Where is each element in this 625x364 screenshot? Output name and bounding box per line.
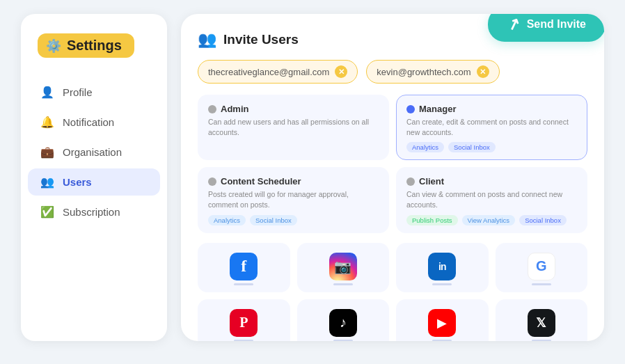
role-card-client[interactable]: Client Can view & comment on posts and c…: [396, 167, 587, 232]
linkedin-icon: in: [428, 253, 456, 280]
sidebar-header: ⚙️ Settings: [28, 28, 160, 63]
social-card-linkedin[interactable]: in: [396, 243, 489, 292]
settings-title: Settings: [67, 38, 122, 54]
sidebar-item-subscription[interactable]: ✅ Subscription: [28, 198, 160, 225]
sidebar-item-label-users: Users: [63, 176, 92, 188]
social-line-facebook: [234, 283, 253, 285]
role-dot-manager: [406, 105, 415, 113]
social-card-pinterest[interactable]: P: [198, 299, 290, 341]
role-dot-admin: [208, 105, 216, 113]
role-tag-client-social-inbox: Social Inbox: [519, 215, 567, 225]
sidebar-item-label-notification: Notification: [63, 116, 114, 128]
role-title-manager: Manager: [406, 104, 577, 114]
tiktok-icon: ♪: [329, 309, 357, 337]
sidebar: ⚙️ Settings 👤 Profile 🔔 Notification 💼 O…: [21, 14, 167, 341]
arrow-icon: ↗: [505, 14, 523, 35]
youtube-icon: ▶: [428, 309, 456, 337]
roles-grid: Admin Can add new users and has all perm…: [198, 95, 587, 233]
email-remove-1[interactable]: ✕: [477, 65, 489, 78]
role-tags-manager: Analytics Social Inbox: [406, 142, 577, 152]
profile-icon: 👤: [40, 86, 54, 99]
main-panel: ↗ Send Invite 👥 Invite Users thecreative…: [181, 14, 604, 341]
gear-icon: ⚙️: [46, 38, 61, 54]
instagram-icon: 📷: [329, 253, 357, 280]
organisation-icon: 💼: [40, 145, 54, 159]
social-line-tiktok: [333, 340, 353, 341]
notification-icon: 🔔: [40, 116, 54, 129]
sidebar-item-profile[interactable]: 👤 Profile: [28, 79, 160, 106]
sidebar-item-notification[interactable]: 🔔 Notification: [28, 109, 160, 136]
subscription-icon: ✅: [40, 205, 54, 219]
email-value-1: kevin@growthtech.com: [377, 67, 470, 77]
email-value-0: thecreativeglance@gmail.com: [208, 67, 329, 77]
social-line-instagram: [333, 283, 353, 285]
social-card-google[interactable]: G: [496, 243, 588, 292]
app-container: ⚙️ Settings 👤 Profile 🔔 Notification 💼 O…: [0, 0, 625, 364]
role-tags-client: Publish Posts View Analytics Social Inbo…: [406, 215, 577, 225]
role-card-manager[interactable]: Manager Can create, edit & comment on po…: [396, 95, 587, 160]
social-card-tiktok[interactable]: ♪: [297, 299, 390, 341]
social-line-linkedin: [432, 283, 452, 285]
social-card-twitter[interactable]: 𝕏: [496, 299, 588, 341]
role-tag-analytics: Analytics: [406, 142, 444, 152]
role-tag-cs-analytics: Analytics: [208, 215, 246, 225]
role-desc-manager: Can create, edit & comment on posts and …: [406, 117, 577, 137]
sidebar-item-label-organisation: Organisation: [63, 146, 122, 158]
send-invite-label: Send Invite: [527, 18, 586, 31]
email-remove-0[interactable]: ✕: [335, 65, 347, 78]
twitter-x-icon: 𝕏: [528, 309, 555, 337]
role-tag-cs-social-inbox: Social Inbox: [250, 215, 297, 225]
role-title-content-scheduler: Content Scheduler: [208, 176, 379, 187]
social-line-pinterest: [234, 340, 253, 341]
sidebar-item-label-subscription: Subscription: [63, 206, 120, 218]
role-tag-view-analytics: View Analytics: [462, 215, 516, 225]
facebook-icon: f: [230, 253, 258, 280]
role-desc-admin: Can add new users and has all permission…: [208, 117, 379, 137]
social-card-facebook[interactable]: f: [198, 243, 290, 292]
sidebar-item-label-profile: Profile: [63, 86, 93, 98]
google-icon: G: [528, 253, 555, 280]
sidebar-item-organisation[interactable]: 💼 Organisation: [28, 139, 160, 166]
social-grid: f 📷 in G P: [198, 243, 587, 341]
role-desc-client: Can view & comment on posts and connect …: [406, 189, 577, 209]
social-line-twitter: [532, 340, 551, 341]
email-row: thecreativeglance@gmail.com ✕ kevin@grow…: [198, 60, 587, 84]
role-desc-content-scheduler: Posts created will go for manager approv…: [208, 189, 379, 209]
social-line-google: [532, 283, 551, 285]
social-card-youtube[interactable]: ▶: [396, 299, 489, 341]
social-line-youtube: [432, 340, 452, 341]
role-dot-client: [406, 177, 415, 186]
pinterest-icon: P: [230, 309, 258, 337]
role-tags-content-scheduler: Analytics Social Inbox: [208, 215, 379, 225]
email-chip-0[interactable]: thecreativeglance@gmail.com ✕: [198, 60, 358, 84]
settings-badge: ⚙️ Settings: [38, 33, 134, 58]
role-card-admin[interactable]: Admin Can add new users and has all perm…: [198, 95, 389, 160]
invite-users-icon: 👥: [198, 31, 216, 49]
social-card-instagram[interactable]: 📷: [297, 243, 390, 292]
role-card-content-scheduler[interactable]: Content Scheduler Posts created will go …: [198, 167, 389, 232]
sidebar-item-users[interactable]: 👥 Users: [28, 168, 160, 196]
role-dot-content-scheduler: [208, 177, 216, 186]
email-chip-1[interactable]: kevin@growthtech.com ✕: [366, 60, 499, 84]
role-title-client: Client: [406, 176, 577, 187]
invite-title: Invite Users: [223, 32, 299, 47]
role-tag-publish: Publish Posts: [406, 215, 458, 225]
role-tag-social-inbox: Social Inbox: [448, 142, 496, 152]
users-icon: 👥: [40, 175, 54, 189]
role-title-admin: Admin: [208, 104, 379, 114]
send-invite-button[interactable]: ↗ Send Invite: [488, 14, 604, 42]
